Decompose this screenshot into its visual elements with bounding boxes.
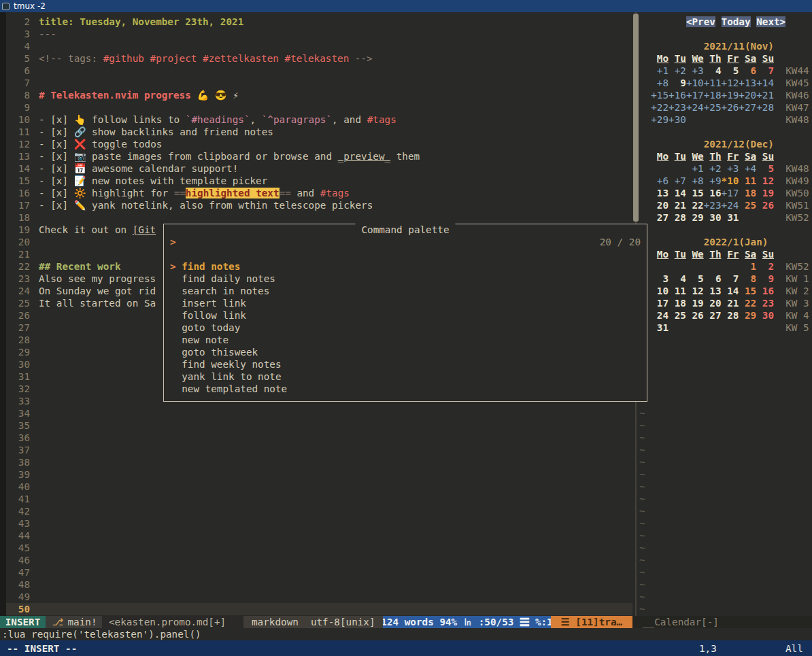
editor-line[interactable]: 17- [x] ✏️ yank notelink, also from wthi… xyxy=(0,199,632,211)
editor-line[interactable]: 45 xyxy=(0,542,632,554)
calendar-day[interactable]: 21 xyxy=(669,200,686,211)
calendar-day[interactable]: +18 xyxy=(704,90,722,101)
calendar-day[interactable]: 21 xyxy=(722,298,739,309)
editor-line[interactable]: 46 xyxy=(0,554,632,566)
editor-line[interactable]: 47 xyxy=(0,566,632,579)
calendar-day[interactable]: 15 xyxy=(739,286,756,296)
calendar-day[interactable]: 10 xyxy=(651,286,669,296)
editor-line[interactable]: 42 xyxy=(0,505,632,517)
calendar-day[interactable]: 1 xyxy=(739,261,756,272)
editor-line[interactable]: 50 xyxy=(0,603,632,615)
calendar-day[interactable]: 18 xyxy=(669,298,686,309)
scrollbar-thumb[interactable] xyxy=(633,14,639,222)
calendar-day[interactable]: +15 xyxy=(651,90,669,101)
calendar-day[interactable]: 30 xyxy=(756,310,774,321)
editor-line[interactable]: 12- [x] ❌ toggle todos xyxy=(0,138,632,150)
calendar-day[interactable]: +6 xyxy=(651,175,669,186)
calendar-day[interactable]: +24 xyxy=(722,200,739,211)
calendar-day[interactable]: +10 xyxy=(686,77,704,88)
palette-item[interactable]: > find notes xyxy=(164,260,647,273)
calendar-day[interactable]: 18 xyxy=(739,188,756,198)
calendar-day[interactable]: +29 xyxy=(651,114,669,125)
calendar-day[interactable]: 29 xyxy=(686,212,704,223)
calendar-day[interactable]: +28 xyxy=(756,102,774,113)
editor-line[interactable]: 8# Telekasten.nvim progress 💪 😎 ⚡ xyxy=(0,89,632,101)
calendar-day[interactable]: 8 xyxy=(739,273,756,284)
calendar-day[interactable]: 4 xyxy=(669,273,686,284)
calendar-day[interactable]: 20 xyxy=(704,298,722,309)
calendar-day[interactable]: +4 xyxy=(739,163,756,174)
palette-item[interactable]: new templated note xyxy=(164,383,647,395)
prev-button[interactable]: <Prev xyxy=(686,16,715,27)
palette-item[interactable]: goto today xyxy=(164,322,647,334)
calendar-day[interactable]: +11 xyxy=(704,77,722,88)
palette-item[interactable]: insert link xyxy=(164,297,647,309)
calendar-day[interactable]: +24 xyxy=(686,102,704,113)
calendar-day[interactable]: +23 xyxy=(669,102,686,113)
calendar-day[interactable]: +9 xyxy=(704,175,722,186)
calendar-day[interactable]: +1 xyxy=(651,65,669,76)
calendar-day[interactable]: +19 xyxy=(722,90,739,101)
calendar-day[interactable]: +27 xyxy=(739,102,756,113)
calendar-day[interactable]: 4 xyxy=(704,65,722,76)
editor-line[interactable]: 49 xyxy=(0,591,632,603)
calendar-day[interactable]: 13 xyxy=(704,286,722,296)
editor-line[interactable]: 5<!-- tags: #github #project #zettelkast… xyxy=(0,52,632,65)
calendar-day[interactable]: 27 xyxy=(651,212,669,223)
editor-line[interactable]: 44 xyxy=(0,530,632,542)
calendar-day[interactable]: 7 xyxy=(722,273,739,284)
calendar-day[interactable]: +7 xyxy=(669,175,686,186)
calendar-day[interactable]: +8 xyxy=(651,77,669,88)
calendar-day[interactable]: 30 xyxy=(704,212,722,223)
editor-line[interactable]: 41 xyxy=(0,493,632,505)
calendar-day[interactable]: 11 xyxy=(739,175,756,186)
editor-line[interactable]: 3--- xyxy=(0,28,632,40)
editor-line[interactable]: 9 xyxy=(0,101,632,114)
calendar-day[interactable]: 15 xyxy=(686,188,704,198)
calendar-day[interactable]: *10 xyxy=(722,175,739,186)
editor-line[interactable]: 34 xyxy=(0,407,632,419)
calendar-day[interactable]: 9 xyxy=(756,273,774,284)
calendar-day[interactable]: 5 xyxy=(686,273,704,284)
calendar-day[interactable]: 26 xyxy=(756,200,774,211)
calendar-day[interactable]: +20 xyxy=(739,90,756,101)
editor-line[interactable]: 6 xyxy=(0,65,632,77)
calendar-day[interactable]: 28 xyxy=(669,212,686,223)
calendar-day[interactable]: +25 xyxy=(704,102,722,113)
palette-prompt-row[interactable]: > 20 / 20 xyxy=(164,236,647,248)
editor-line[interactable]: 37 xyxy=(0,444,632,456)
palette-item[interactable]: find weekly notes xyxy=(164,358,647,370)
calendar-day[interactable]: 12 xyxy=(756,175,774,186)
calendar-day[interactable]: 14 xyxy=(722,286,739,296)
calendar-day[interactable]: 20 xyxy=(651,200,669,211)
calendar-day[interactable]: +8 xyxy=(686,175,704,186)
calendar-day[interactable]: +17 xyxy=(686,90,704,101)
palette-item[interactable]: new note xyxy=(164,334,647,346)
editor-line[interactable]: 35 xyxy=(0,419,632,432)
palette-item[interactable]: find daily notes xyxy=(164,273,647,285)
palette-item[interactable]: follow link xyxy=(164,309,647,322)
editor-line[interactable]: 10- [x] 👆 follow links to `#headings`, `… xyxy=(0,114,632,126)
calendar-day[interactable]: +3 xyxy=(686,65,704,76)
calendar-day[interactable]: +21 xyxy=(756,90,774,101)
editor-line[interactable]: 14- [x] 📅 awesome calendar support! xyxy=(0,162,632,175)
calendar-day[interactable]: 12 xyxy=(686,286,704,296)
calendar-day[interactable]: 6 xyxy=(704,273,722,284)
calendar-day[interactable]: 7 xyxy=(756,65,774,76)
calendar-day[interactable]: 6 xyxy=(739,65,756,76)
editor-line[interactable]: 13- [x] 📷 paste images from clipboard or… xyxy=(0,150,632,162)
editor-line[interactable]: 11- [x] 🔗 show backlinks and friend note… xyxy=(0,126,632,138)
calendar-day[interactable]: 25 xyxy=(669,310,686,321)
calendar-day[interactable]: +26 xyxy=(722,102,739,113)
editor-line[interactable]: 7 xyxy=(0,77,632,89)
calendar-day[interactable]: 28 xyxy=(722,310,739,321)
calendar-day[interactable]: +2 xyxy=(669,65,686,76)
calendar-day[interactable]: 27 xyxy=(704,310,722,321)
calendar-day[interactable]: +3 xyxy=(722,163,739,174)
palette-item[interactable]: goto thisweek xyxy=(164,346,647,358)
calendar-day[interactable]: +2 xyxy=(704,163,722,174)
calendar-day[interactable]: +30 xyxy=(669,114,686,125)
calendar-day[interactable]: 11 xyxy=(669,286,686,296)
calendar-day[interactable]: 17 xyxy=(651,298,669,309)
calendar-day[interactable]: 5 xyxy=(756,163,774,174)
